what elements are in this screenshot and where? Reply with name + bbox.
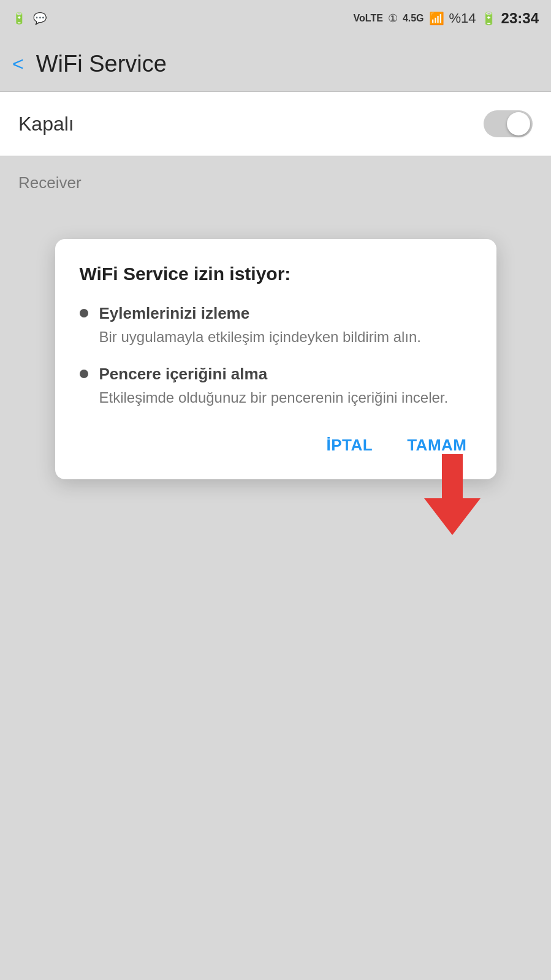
permission-dialog: WiFi Service izin istiyor: Eylemlerinizi… <box>55 239 496 479</box>
arrow-head <box>424 498 481 535</box>
bullet-icon <box>80 309 88 317</box>
arrow-body <box>442 454 463 498</box>
dialog-list: Eylemlerinizi izleme Bir uygulamayla etk… <box>80 304 472 408</box>
list-item-title: Eylemlerinizi izleme <box>99 304 422 323</box>
list-item-description: Etkileşimde olduğunuz bir pencerenin içe… <box>99 387 449 408</box>
list-item-description: Bir uygulamayla etkileşim içindeyken bil… <box>99 327 422 348</box>
list-item-content: Eylemlerinizi izleme Bir uygulamayla etk… <box>99 304 422 348</box>
cancel-button[interactable]: İPTAL <box>321 430 378 461</box>
list-item-content: Pencere içeriğini alma Etkileşimde olduğ… <box>99 365 449 408</box>
dialog-overlay: WiFi Service izin istiyor: Eylemlerinizi… <box>0 0 551 980</box>
list-item-title: Pencere içeriğini alma <box>99 365 449 384</box>
dialog-title: WiFi Service izin istiyor: <box>80 264 472 284</box>
list-item: Eylemlerinizi izleme Bir uygulamayla etk… <box>80 304 472 348</box>
list-item: Pencere içeriğini alma Etkileşimde olduğ… <box>80 365 472 408</box>
red-arrow-indicator <box>424 454 481 535</box>
dialog-actions: İPTAL TAMAM <box>80 430 472 461</box>
bullet-icon <box>80 370 88 378</box>
